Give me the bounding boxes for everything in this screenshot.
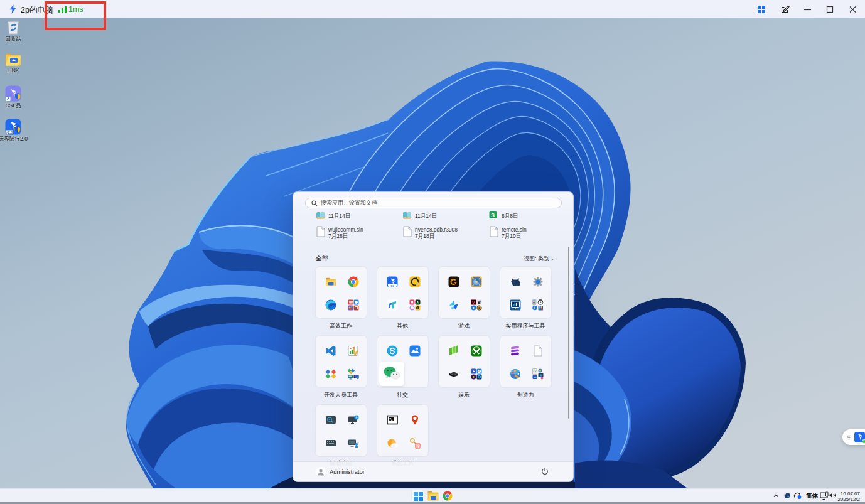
svg-text:7z: 7z <box>389 417 393 421</box>
svg-text:简体: 简体 <box>805 492 819 499</box>
svg-text:W: W <box>349 300 353 304</box>
svg-text:S: S <box>491 212 495 218</box>
svg-text:2.0: 2.0 <box>8 131 13 134</box>
svg-text:3.0: 3.0 <box>390 285 394 287</box>
